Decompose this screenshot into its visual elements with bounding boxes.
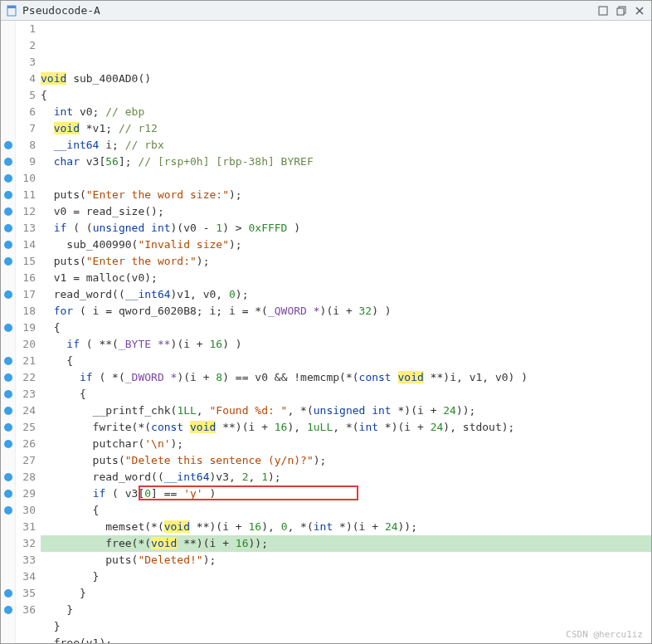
breakpoint-dot-icon [4, 373, 12, 382]
code-line[interactable]: puts("Enter the word size:"); [41, 187, 651, 203]
breakpoint-cell[interactable] [1, 602, 15, 618]
breakpoint-cell[interactable] [1, 253, 15, 270]
breakpoint-cell[interactable] [1, 336, 15, 353]
breakpoint-cell[interactable] [1, 535, 15, 552]
restore-icon[interactable] [615, 4, 628, 17]
breakpoint-dot-icon [4, 506, 12, 515]
breakpoint-cell[interactable] [1, 552, 15, 568]
breakpoint-cell[interactable] [1, 87, 15, 104]
code-line[interactable]: fwrite(*(const void **)(i + 16), 1uLL, *… [41, 419, 651, 436]
code-line[interactable]: { [41, 353, 651, 369]
code-editor[interactable]: 1234567891011121314151617181920212223242… [1, 21, 651, 643]
code-line[interactable]: { [41, 87, 651, 104]
code-line[interactable]: if ( **(_BYTE **)(i + 16) ) [41, 336, 651, 353]
code-line[interactable]: free(*(void **)(i + 16)); [41, 535, 651, 552]
line-number: 15 [16, 253, 36, 270]
breakpoint-cell[interactable] [1, 436, 15, 452]
line-number: 17 [16, 286, 36, 303]
line-number: 20 [16, 336, 36, 353]
breakpoint-cell[interactable] [1, 585, 15, 602]
code-line[interactable]: free(v1); [41, 635, 651, 643]
line-number: 7 [16, 120, 36, 137]
code-line[interactable]: { [41, 386, 651, 402]
watermark: CSDN @hercu1iz [566, 629, 643, 640]
code-line[interactable]: puts("Delete this sentence (y/n)?"); [41, 452, 651, 469]
breakpoint-cell[interactable] [1, 419, 15, 436]
code-line[interactable]: putchar('\n'); [41, 436, 651, 452]
titlebar: Pseudocode-A [1, 1, 651, 21]
line-number: 3 [16, 54, 36, 71]
code-line[interactable]: v1 = malloc(v0); [41, 270, 651, 286]
breakpoint-cell[interactable] [1, 353, 15, 369]
breakpoint-cell[interactable] [1, 237, 15, 253]
breakpoint-cell[interactable] [1, 203, 15, 220]
breakpoint-dot-icon [4, 407, 12, 415]
code-content[interactable]: CSDN @hercu1iz void sub_400AD0(){ int v0… [41, 21, 651, 643]
line-number: 10 [16, 170, 36, 187]
code-line[interactable]: read_word((__int64)v3, 2, 1); [41, 469, 651, 485]
code-line[interactable]: v0 = read_size(); [41, 203, 651, 220]
code-line[interactable]: int v0; // ebp [41, 104, 651, 120]
code-line[interactable]: } [41, 585, 651, 602]
breakpoint-dot-icon [4, 224, 12, 232]
code-line[interactable]: for ( i = qword_6020B8; i; i = *(_QWORD … [41, 303, 651, 320]
code-line[interactable]: puts("Enter the word:"); [41, 253, 651, 270]
code-line[interactable]: void sub_400AD0() [41, 71, 651, 87]
code-line[interactable]: } [41, 568, 651, 585]
breakpoint-cell[interactable] [1, 154, 15, 170]
breakpoint-cell[interactable] [1, 120, 15, 137]
code-line[interactable]: void *v1; // r12 [41, 120, 651, 137]
code-line[interactable]: } [41, 602, 651, 618]
breakpoint-dot-icon [4, 606, 12, 614]
code-line[interactable]: if ( (unsigned int)(v0 - 1) > 0xFFFD ) [41, 220, 651, 237]
code-line[interactable]: sub_400990("Invalid size"); [41, 237, 651, 253]
line-number: 21 [16, 353, 36, 369]
breakpoint-cell[interactable] [1, 519, 15, 535]
breakpoint-cell[interactable] [1, 270, 15, 286]
minimize-icon[interactable] [596, 4, 610, 17]
breakpoint-cell[interactable] [1, 369, 15, 386]
breakpoint-cell[interactable] [1, 37, 15, 54]
code-line[interactable]: { [41, 502, 651, 519]
svg-rect-2 [599, 7, 607, 15]
breakpoint-cell[interactable] [1, 452, 15, 469]
line-number: 23 [16, 386, 36, 402]
breakpoint-cell[interactable] [1, 469, 15, 485]
code-line[interactable]: if ( v3[0] == 'y' ) [41, 485, 651, 502]
line-number: 35 [16, 585, 36, 602]
breakpoint-cell[interactable] [1, 303, 15, 320]
breakpoint-cell[interactable] [1, 402, 15, 419]
code-line[interactable]: { [41, 320, 651, 336]
breakpoint-cell[interactable] [1, 220, 15, 237]
code-line[interactable]: __int64 i; // rbx [41, 137, 651, 154]
line-number: 30 [16, 502, 36, 519]
breakpoint-cell[interactable] [1, 104, 15, 120]
breakpoint-dot-icon [4, 390, 12, 398]
code-line[interactable]: } [41, 618, 651, 635]
breakpoint-cell[interactable] [1, 187, 15, 203]
breakpoint-cell[interactable] [1, 485, 15, 502]
breakpoint-gutter[interactable] [1, 21, 16, 643]
breakpoint-cell[interactable] [1, 170, 15, 187]
code-line[interactable]: memset(*(void **)(i + 16), 0, *(int *)(i… [41, 519, 651, 535]
svg-rect-4 [617, 8, 624, 15]
breakpoint-cell[interactable] [1, 386, 15, 402]
code-line[interactable]: if ( *(_DWORD *)(i + 8) == v0 && !memcmp… [41, 369, 651, 386]
code-line[interactable]: read_word((__int64)v1, v0, 0); [41, 286, 651, 303]
code-line[interactable]: __printf_chk(1LL, "Found %d: ", *(unsign… [41, 402, 651, 419]
breakpoint-dot-icon [4, 174, 12, 183]
breakpoint-cell[interactable] [1, 286, 15, 303]
code-line[interactable] [41, 170, 651, 187]
close-icon[interactable] [633, 4, 646, 17]
line-number: 9 [16, 154, 36, 170]
code-line[interactable]: puts("Deleted!"); [41, 552, 651, 568]
breakpoint-cell[interactable] [1, 568, 15, 585]
breakpoint-cell[interactable] [1, 54, 15, 71]
breakpoint-cell[interactable] [1, 502, 15, 519]
breakpoint-cell[interactable] [1, 320, 15, 336]
code-line[interactable]: char v3[56]; // [rsp+0h] [rbp-38h] BYREF [41, 154, 651, 170]
breakpoint-cell[interactable] [1, 137, 15, 154]
line-number: 27 [16, 452, 36, 469]
breakpoint-cell[interactable] [1, 21, 15, 37]
breakpoint-cell[interactable] [1, 71, 15, 87]
